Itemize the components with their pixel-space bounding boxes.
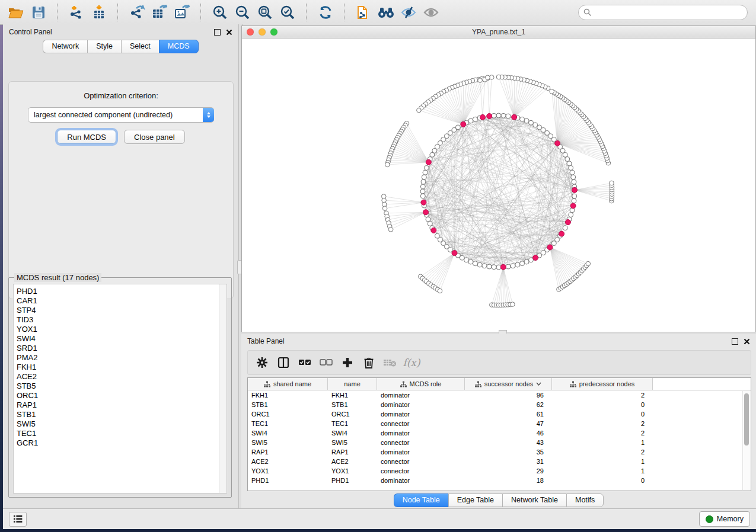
network-edge[interactable] [387, 162, 429, 165]
network-node[interactable] [422, 175, 426, 180]
network-edge[interactable] [406, 126, 429, 162]
close-panel-icon[interactable] [744, 338, 750, 345]
network-edge[interactable] [488, 78, 490, 116]
hide-selected-button[interactable] [397, 2, 420, 23]
network-node[interactable] [426, 217, 430, 222]
network-view-titlebar[interactable]: YPA_prune.txt_1 [242, 26, 755, 39]
tab-edge-table[interactable]: Edge Table [448, 493, 502, 507]
zoom-selected-button[interactable] [276, 2, 299, 23]
mcds-result-item[interactable]: GCR1 [17, 438, 227, 448]
show-hide-columns-button[interactable] [273, 353, 294, 372]
network-node[interactable] [496, 113, 501, 118]
import-network-button[interactable] [65, 2, 88, 23]
network-node[interactable] [567, 161, 572, 166]
find-button[interactable] [375, 2, 397, 23]
table-row[interactable]: SWI4SWI4dominator462 [248, 428, 751, 438]
network-edge[interactable] [508, 78, 514, 117]
network-node[interactable] [492, 113, 496, 118]
network-edge[interactable] [575, 183, 612, 190]
network-edge[interactable] [388, 212, 426, 220]
network-node[interactable] [487, 264, 492, 269]
deselect-all-button[interactable] [315, 353, 337, 372]
mcds-node[interactable] [487, 114, 492, 119]
task-history-button[interactable] [9, 512, 27, 527]
network-edge[interactable] [502, 77, 514, 117]
network-node[interactable] [496, 75, 501, 79]
network-node[interactable] [478, 78, 483, 83]
network-node[interactable] [610, 181, 614, 185]
network-node[interactable] [586, 261, 591, 266]
table-row[interactable]: RAP1RAP1dominator352 [248, 447, 751, 457]
network-node[interactable] [524, 259, 529, 264]
table-row[interactable]: YOX1YOX1connector291 [248, 466, 751, 476]
mcds-result-item[interactable]: RAP1 [17, 400, 227, 410]
network-node[interactable] [506, 264, 511, 269]
memory-button[interactable]: Memory [699, 511, 750, 527]
network-node[interactable] [571, 175, 576, 180]
network-node[interactable] [492, 265, 496, 270]
mcds-node[interactable] [572, 187, 578, 193]
table-row[interactable]: FKH1FKH1dominator962 [248, 390, 751, 400]
network-node[interactable] [420, 184, 425, 189]
search-field[interactable] [578, 5, 748, 20]
network-edge[interactable] [438, 253, 454, 290]
zoom-in-button[interactable] [209, 2, 231, 23]
network-canvas[interactable] [242, 39, 755, 332]
mcds-result-item[interactable]: ORC1 [17, 391, 227, 400]
network-node[interactable] [569, 165, 573, 170]
mcds-result-item[interactable]: PMA2 [17, 353, 227, 363]
mcds-node[interactable] [426, 159, 431, 165]
network-node[interactable] [572, 198, 576, 203]
network-edge[interactable] [423, 106, 463, 124]
table-row[interactable]: ACE2ACE2connector311 [248, 457, 751, 466]
node-table[interactable]: shared namenameMCDS rolesuccessor nodesp… [247, 377, 751, 491]
delete-table-button[interactable] [379, 353, 401, 372]
network-node[interactable] [501, 113, 506, 118]
export-network-button[interactable] [126, 2, 148, 23]
mcds-result-item[interactable]: SWI4 [17, 334, 227, 344]
mcds-node[interactable] [461, 121, 466, 127]
mcds-result-item[interactable]: SWI5 [17, 419, 227, 429]
mcds-result-item[interactable]: TID3 [17, 315, 227, 325]
zoom-fit-button[interactable] [254, 2, 276, 23]
network-node[interactable] [520, 261, 525, 266]
create-column-button[interactable] [337, 353, 358, 372]
network-node[interactable] [569, 213, 573, 217]
table-row[interactable]: TEC1TEC1connector472 [248, 419, 751, 428]
tab-motifs[interactable]: Motifs [566, 493, 604, 507]
network-node[interactable] [468, 259, 473, 264]
criterion-select[interactable]: largest connected component (undirected) [28, 107, 214, 123]
network-edge[interactable] [421, 108, 463, 124]
mcds-result-item[interactable]: PHD1 [17, 287, 227, 296]
network-edge[interactable] [394, 146, 429, 162]
mcds-node[interactable] [431, 227, 436, 233]
scrollbar-thumb[interactable] [744, 393, 749, 446]
network-edge[interactable] [499, 267, 503, 305]
mcds-result-item[interactable]: SRD1 [17, 344, 227, 353]
tab-mcds[interactable]: MCDS [159, 40, 199, 53]
clone-network-button[interactable] [352, 2, 375, 23]
mcds-node[interactable] [480, 114, 486, 120]
network-node[interactable] [506, 114, 511, 118]
network-node[interactable] [417, 108, 422, 113]
close-panel-button[interactable]: Close panel [124, 130, 185, 144]
network-node[interactable] [496, 265, 501, 270]
apply-layout-button[interactable] [314, 2, 337, 23]
network-edge[interactable] [514, 78, 515, 117]
mcds-node[interactable] [500, 264, 506, 270]
mcds-result-item[interactable]: STB1 [17, 410, 227, 419]
tab-style[interactable]: Style [87, 40, 121, 53]
network-edge[interactable] [427, 253, 455, 282]
column-header-name[interactable]: name [328, 378, 377, 390]
mcds-node[interactable] [555, 140, 560, 146]
network-graph[interactable] [242, 39, 756, 332]
table-scrollbar[interactable] [742, 391, 750, 490]
network-edge[interactable] [494, 267, 503, 305]
network-node[interactable] [511, 302, 515, 307]
network-node[interactable] [424, 165, 429, 170]
network-node[interactable] [477, 262, 482, 267]
mcds-result-item[interactable]: YOX1 [17, 325, 227, 334]
export-table-button[interactable] [148, 2, 171, 23]
table-row[interactable]: PHD1PHD1dominator180 [248, 476, 751, 485]
table-row[interactable]: ORC1ORC1dominator610 [248, 409, 751, 419]
